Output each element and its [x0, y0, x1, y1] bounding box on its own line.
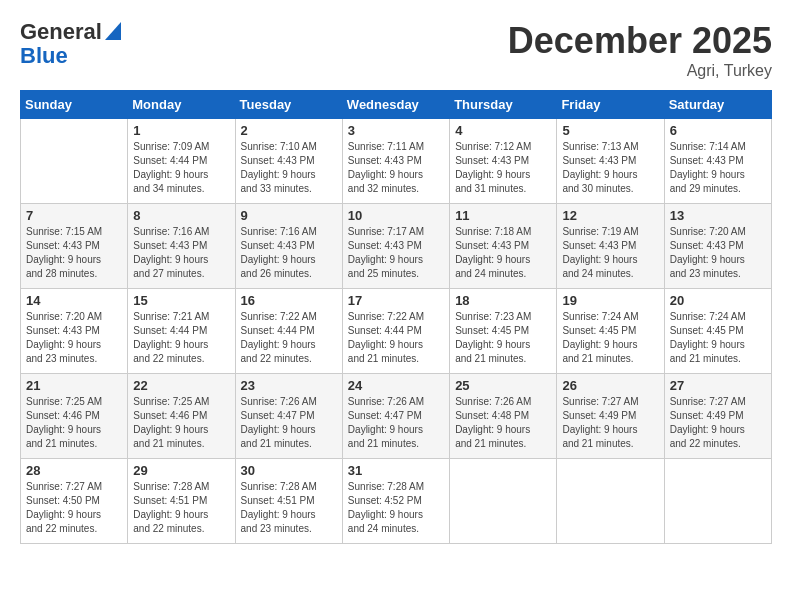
day-number: 24 [348, 378, 444, 393]
day-number: 17 [348, 293, 444, 308]
title-area: December 2025 Agri, Turkey [508, 20, 772, 80]
logo-triangle-icon [105, 22, 121, 40]
day-info: Sunrise: 7:25 AM Sunset: 4:46 PM Dayligh… [133, 395, 229, 451]
calendar-cell: 26Sunrise: 7:27 AM Sunset: 4:49 PM Dayli… [557, 374, 664, 459]
calendar-cell: 21Sunrise: 7:25 AM Sunset: 4:46 PM Dayli… [21, 374, 128, 459]
day-number: 6 [670, 123, 766, 138]
calendar-cell: 27Sunrise: 7:27 AM Sunset: 4:49 PM Dayli… [664, 374, 771, 459]
calendar-cell [450, 459, 557, 544]
day-number: 29 [133, 463, 229, 478]
day-number: 14 [26, 293, 122, 308]
calendar-cell: 6Sunrise: 7:14 AM Sunset: 4:43 PM Daylig… [664, 119, 771, 204]
day-info: Sunrise: 7:16 AM Sunset: 4:43 PM Dayligh… [133, 225, 229, 281]
column-header-monday: Monday [128, 91, 235, 119]
day-info: Sunrise: 7:28 AM Sunset: 4:52 PM Dayligh… [348, 480, 444, 536]
day-info: Sunrise: 7:27 AM Sunset: 4:49 PM Dayligh… [670, 395, 766, 451]
month-title: December 2025 [508, 20, 772, 62]
calendar-cell: 18Sunrise: 7:23 AM Sunset: 4:45 PM Dayli… [450, 289, 557, 374]
day-number: 5 [562, 123, 658, 138]
day-number: 26 [562, 378, 658, 393]
day-number: 12 [562, 208, 658, 223]
calendar-cell: 2Sunrise: 7:10 AM Sunset: 4:43 PM Daylig… [235, 119, 342, 204]
calendar-cell: 11Sunrise: 7:18 AM Sunset: 4:43 PM Dayli… [450, 204, 557, 289]
calendar-cell: 15Sunrise: 7:21 AM Sunset: 4:44 PM Dayli… [128, 289, 235, 374]
day-number: 8 [133, 208, 229, 223]
calendar-cell: 29Sunrise: 7:28 AM Sunset: 4:51 PM Dayli… [128, 459, 235, 544]
calendar-cell: 5Sunrise: 7:13 AM Sunset: 4:43 PM Daylig… [557, 119, 664, 204]
column-header-saturday: Saturday [664, 91, 771, 119]
calendar-cell: 7Sunrise: 7:15 AM Sunset: 4:43 PM Daylig… [21, 204, 128, 289]
calendar-cell: 25Sunrise: 7:26 AM Sunset: 4:48 PM Dayli… [450, 374, 557, 459]
calendar-cell: 22Sunrise: 7:25 AM Sunset: 4:46 PM Dayli… [128, 374, 235, 459]
day-info: Sunrise: 7:11 AM Sunset: 4:43 PM Dayligh… [348, 140, 444, 196]
day-number: 7 [26, 208, 122, 223]
calendar-cell [21, 119, 128, 204]
day-info: Sunrise: 7:18 AM Sunset: 4:43 PM Dayligh… [455, 225, 551, 281]
calendar-cell: 19Sunrise: 7:24 AM Sunset: 4:45 PM Dayli… [557, 289, 664, 374]
calendar-cell: 16Sunrise: 7:22 AM Sunset: 4:44 PM Dayli… [235, 289, 342, 374]
day-info: Sunrise: 7:24 AM Sunset: 4:45 PM Dayligh… [562, 310, 658, 366]
calendar-cell: 24Sunrise: 7:26 AM Sunset: 4:47 PM Dayli… [342, 374, 449, 459]
calendar-cell: 8Sunrise: 7:16 AM Sunset: 4:43 PM Daylig… [128, 204, 235, 289]
day-info: Sunrise: 7:25 AM Sunset: 4:46 PM Dayligh… [26, 395, 122, 451]
logo-blue: Blue [20, 43, 68, 68]
day-info: Sunrise: 7:13 AM Sunset: 4:43 PM Dayligh… [562, 140, 658, 196]
svg-marker-0 [105, 22, 121, 40]
day-number: 3 [348, 123, 444, 138]
calendar-cell: 20Sunrise: 7:24 AM Sunset: 4:45 PM Dayli… [664, 289, 771, 374]
day-info: Sunrise: 7:21 AM Sunset: 4:44 PM Dayligh… [133, 310, 229, 366]
day-info: Sunrise: 7:23 AM Sunset: 4:45 PM Dayligh… [455, 310, 551, 366]
logo: General Blue [20, 20, 121, 68]
day-info: Sunrise: 7:26 AM Sunset: 4:47 PM Dayligh… [348, 395, 444, 451]
calendar-cell: 1Sunrise: 7:09 AM Sunset: 4:44 PM Daylig… [128, 119, 235, 204]
day-info: Sunrise: 7:09 AM Sunset: 4:44 PM Dayligh… [133, 140, 229, 196]
calendar-cell: 17Sunrise: 7:22 AM Sunset: 4:44 PM Dayli… [342, 289, 449, 374]
day-number: 23 [241, 378, 337, 393]
day-number: 27 [670, 378, 766, 393]
day-info: Sunrise: 7:12 AM Sunset: 4:43 PM Dayligh… [455, 140, 551, 196]
day-info: Sunrise: 7:15 AM Sunset: 4:43 PM Dayligh… [26, 225, 122, 281]
day-number: 19 [562, 293, 658, 308]
day-number: 1 [133, 123, 229, 138]
day-number: 11 [455, 208, 551, 223]
calendar-cell: 10Sunrise: 7:17 AM Sunset: 4:43 PM Dayli… [342, 204, 449, 289]
column-header-sunday: Sunday [21, 91, 128, 119]
day-number: 25 [455, 378, 551, 393]
day-number: 2 [241, 123, 337, 138]
location: Agri, Turkey [508, 62, 772, 80]
day-info: Sunrise: 7:27 AM Sunset: 4:50 PM Dayligh… [26, 480, 122, 536]
column-header-tuesday: Tuesday [235, 91, 342, 119]
day-number: 9 [241, 208, 337, 223]
calendar-cell [664, 459, 771, 544]
day-info: Sunrise: 7:27 AM Sunset: 4:49 PM Dayligh… [562, 395, 658, 451]
day-number: 20 [670, 293, 766, 308]
calendar-cell: 13Sunrise: 7:20 AM Sunset: 4:43 PM Dayli… [664, 204, 771, 289]
day-number: 21 [26, 378, 122, 393]
day-number: 22 [133, 378, 229, 393]
calendar-table: SundayMondayTuesdayWednesdayThursdayFrid… [20, 90, 772, 544]
day-number: 10 [348, 208, 444, 223]
day-number: 13 [670, 208, 766, 223]
calendar-cell: 23Sunrise: 7:26 AM Sunset: 4:47 PM Dayli… [235, 374, 342, 459]
day-number: 4 [455, 123, 551, 138]
day-info: Sunrise: 7:28 AM Sunset: 4:51 PM Dayligh… [133, 480, 229, 536]
day-info: Sunrise: 7:16 AM Sunset: 4:43 PM Dayligh… [241, 225, 337, 281]
day-info: Sunrise: 7:10 AM Sunset: 4:43 PM Dayligh… [241, 140, 337, 196]
day-number: 28 [26, 463, 122, 478]
calendar-cell: 30Sunrise: 7:28 AM Sunset: 4:51 PM Dayli… [235, 459, 342, 544]
day-number: 31 [348, 463, 444, 478]
day-info: Sunrise: 7:22 AM Sunset: 4:44 PM Dayligh… [348, 310, 444, 366]
page-header: General Blue December 2025 Agri, Turkey [20, 20, 772, 80]
day-info: Sunrise: 7:26 AM Sunset: 4:47 PM Dayligh… [241, 395, 337, 451]
calendar-cell [557, 459, 664, 544]
day-info: Sunrise: 7:22 AM Sunset: 4:44 PM Dayligh… [241, 310, 337, 366]
calendar-cell: 31Sunrise: 7:28 AM Sunset: 4:52 PM Dayli… [342, 459, 449, 544]
day-info: Sunrise: 7:14 AM Sunset: 4:43 PM Dayligh… [670, 140, 766, 196]
calendar-cell: 12Sunrise: 7:19 AM Sunset: 4:43 PM Dayli… [557, 204, 664, 289]
day-number: 16 [241, 293, 337, 308]
calendar-cell: 3Sunrise: 7:11 AM Sunset: 4:43 PM Daylig… [342, 119, 449, 204]
day-info: Sunrise: 7:20 AM Sunset: 4:43 PM Dayligh… [670, 225, 766, 281]
column-header-wednesday: Wednesday [342, 91, 449, 119]
calendar-cell: 28Sunrise: 7:27 AM Sunset: 4:50 PM Dayli… [21, 459, 128, 544]
day-info: Sunrise: 7:24 AM Sunset: 4:45 PM Dayligh… [670, 310, 766, 366]
